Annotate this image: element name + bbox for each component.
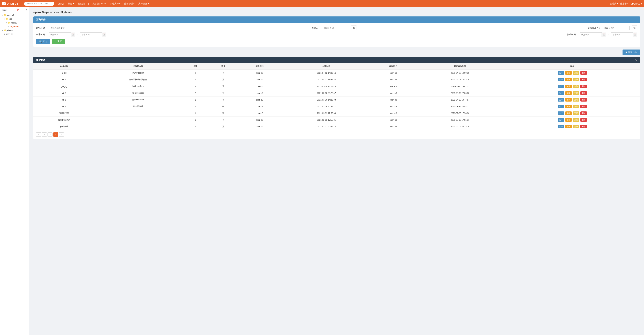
create-end-cal-icon[interactable]: 📅 [102, 32, 106, 37]
edit-button[interactable]: 编辑 [565, 118, 572, 122]
page-3-button[interactable]: 3 [53, 132, 58, 136]
sidebar-header: TREE 📌 ＋ － ↻ [0, 8, 29, 13]
clone-button[interactable]: 克隆 [573, 71, 579, 75]
file-icon: ≡ [4, 33, 5, 35]
nav-item-cicd[interactable]: 流水线[CI/CD] [91, 2, 108, 6]
search-input[interactable] [24, 2, 54, 6]
cell-name: 有其他变量 [34, 110, 95, 117]
new-job-button[interactable]: ✚ 新建作业 [622, 50, 640, 55]
clone-button[interactable]: 克隆 [573, 84, 579, 88]
nav-admin[interactable]: 管理员 ▾ [610, 2, 618, 5]
clone-button[interactable]: 克隆 [573, 118, 579, 122]
nav-item-history[interactable]: 执行历史 ▾ [137, 2, 150, 6]
chevron-icon: ▾ [4, 18, 5, 20]
cell-steps: 1 [182, 117, 209, 123]
col-modify-time: 最后修改时间 [416, 63, 504, 70]
create-start-cal-icon[interactable]: 📅 [71, 32, 75, 37]
exec-button[interactable]: 执行 [558, 98, 564, 102]
edit-button[interactable]: 编辑 [565, 91, 572, 95]
exec-button[interactable]: 执行 [558, 71, 564, 75]
delete-button[interactable]: 删除 [580, 125, 587, 128]
page-2-button[interactable]: 2 [48, 132, 52, 136]
tree-node-open-c3-private[interactable]: ≡ open-c3 [0, 32, 29, 36]
clone-button[interactable]: 克隆 [573, 112, 579, 115]
modify-start-cal-icon[interactable]: 📅 [602, 32, 606, 37]
create-start-input[interactable] [49, 32, 71, 37]
tree-node-open-c3[interactable]: ▾ 📁 open-c3 [0, 13, 29, 17]
reset-button[interactable]: ↺ 重置 [52, 39, 65, 44]
delete-button[interactable]: 删除 [580, 84, 587, 88]
edit-button[interactable]: 编辑 [565, 71, 572, 75]
nav-item-dashboard[interactable]: 仪表盘 [56, 2, 66, 6]
edit-button[interactable]: 编辑 [565, 125, 572, 128]
delete-button[interactable]: 删除 [580, 91, 587, 95]
last-modifier-input[interactable] [603, 26, 630, 30]
minus-icon[interactable]: － [23, 9, 25, 12]
clone-button[interactable]: 克隆 [573, 98, 579, 102]
tree-node-c3demo[interactable]: ≡ c3_demo [0, 25, 29, 28]
delete-button[interactable]: 删除 [580, 71, 587, 75]
edit-button[interactable]: 编辑 [565, 112, 572, 115]
nav-item-quickrun[interactable]: 快速执行 ▾ [108, 2, 122, 6]
edit-button[interactable]: 编辑 [565, 78, 572, 82]
nav-item-report[interactable]: 报告 ▾ [66, 2, 76, 6]
edit-button[interactable]: 编辑 [565, 105, 572, 108]
exec-button[interactable]: 执行 [558, 112, 564, 115]
tree-node-opsdev[interactable]: ▾ 📁 opsdev [0, 21, 29, 25]
prev-page-button[interactable]: « [36, 132, 41, 136]
job-name-input[interactable] [49, 26, 79, 30]
cell-create-time: 2021-02-03 17:58:06 [282, 110, 371, 117]
last-modifier-me-button[interactable]: 我 [632, 26, 637, 30]
modify-end-cal-icon[interactable]: 📅 [632, 32, 637, 37]
edit-button[interactable]: 编辑 [565, 98, 572, 102]
next-page-button[interactable]: » [59, 132, 64, 136]
delete-button[interactable]: 删除 [580, 98, 587, 102]
creator-me-button[interactable]: 我 [351, 26, 357, 30]
clone-button[interactable]: 克隆 [573, 105, 579, 108]
plus-icon[interactable]: ＋ [20, 9, 22, 12]
query-button[interactable]: 🔍 查询 [36, 39, 50, 44]
delete-button[interactable]: 删除 [580, 105, 587, 108]
tree-node-private[interactable]: ▾ 📁 private [0, 28, 29, 32]
page-1-button[interactable]: 1 [42, 132, 47, 136]
refresh-tree-icon[interactable]: ↻ [26, 9, 28, 12]
cell-name: _ci_6_ [34, 90, 95, 96]
nav-item-co[interactable]: 轻应用[CO] [76, 2, 90, 6]
exec-button[interactable]: 执行 [558, 118, 564, 122]
cell-create-time: 2021-03-29 20:54:21 [282, 103, 371, 110]
exec-button[interactable]: 执行 [558, 84, 564, 88]
cell-name: _ci_7_ [34, 83, 95, 90]
clone-button[interactable]: 克隆 [573, 78, 579, 82]
creator-label: 创建人： [310, 26, 320, 30]
exec-button[interactable]: 执行 [558, 125, 564, 128]
job-list-refresh-icon[interactable]: ↻ [635, 59, 637, 62]
modify-end-input[interactable] [611, 32, 633, 37]
creator-input[interactable] [322, 26, 349, 30]
nav-connector[interactable]: 连接器 ▾ [620, 2, 628, 5]
sidebar-header-icons: 📌 ＋ － ↻ [16, 9, 28, 12]
col-steps: 步骤 [182, 63, 209, 70]
cell-variables: 有 [209, 103, 237, 110]
cell-name: _ci_8_ [34, 76, 95, 83]
cell-variables: 无 [209, 123, 237, 130]
create-end-wrap: 📅 [80, 32, 106, 37]
create-end-input[interactable] [80, 32, 102, 37]
nav-openC3[interactable]: OPEN-C3 ▾ [630, 2, 642, 5]
edit-button[interactable]: 编辑 [565, 84, 572, 88]
pin-icon[interactable]: 📌 [16, 9, 19, 12]
exec-button[interactable]: 执行 [558, 91, 564, 95]
delete-button[interactable]: 删除 [580, 78, 587, 82]
exec-button[interactable]: 执行 [558, 78, 564, 82]
exec-button[interactable]: 执行 [558, 105, 564, 108]
clone-button[interactable]: 克隆 [573, 125, 579, 128]
create-date-sep: - [77, 34, 78, 36]
cell-variables: 有 [209, 96, 237, 103]
table-row: _ci_1_ 流水线测试 1 有 open-c3 2021-03-29 20:5… [34, 103, 640, 110]
delete-button[interactable]: 删除 [580, 112, 587, 115]
delete-button[interactable]: 删除 [580, 118, 587, 122]
nav-item-bizmanage[interactable]: 业务管理 ▾ [123, 2, 136, 6]
tree-node-ops[interactable]: ▾ 📁 ops [0, 17, 29, 21]
cell-modifier: open-c3 [371, 70, 416, 76]
clone-button[interactable]: 克隆 [573, 91, 579, 95]
modify-start-input[interactable] [580, 32, 602, 37]
